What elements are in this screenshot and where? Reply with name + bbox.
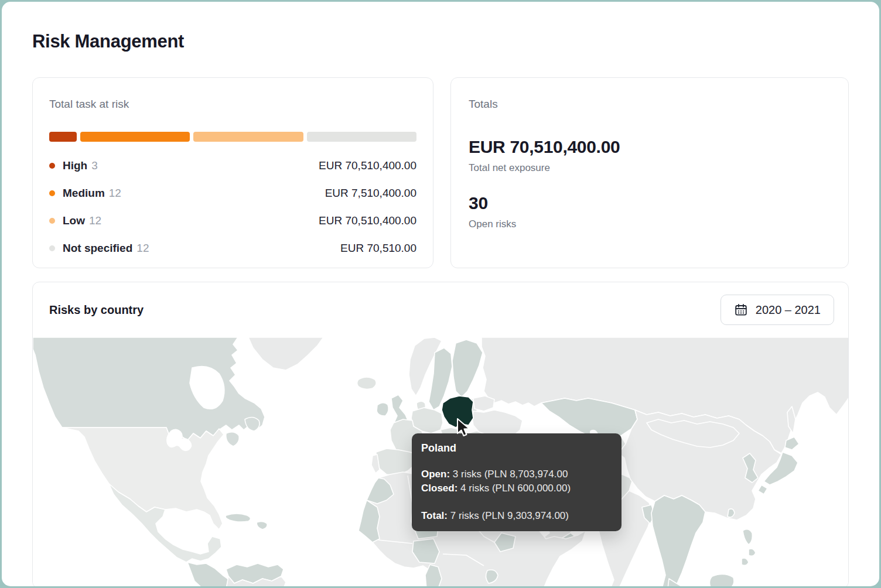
total-net-exposure-value: EUR 70,510,400.00 xyxy=(469,136,831,158)
world-map-container: Poland Open: 3 risks (PLN 8,703,974.00 C… xyxy=(33,337,849,588)
legend-count: 12 xyxy=(109,187,121,200)
risks-by-country-card: Risks by country 2020 – 2021 xyxy=(32,282,849,588)
medium-dot-icon xyxy=(49,190,55,196)
legend-row-not-specified: Not specified 12 EUR 70,510.00 xyxy=(49,234,416,262)
legend-row-low: Low 12 EUR 70,510,400.00 xyxy=(49,207,416,234)
map-card-header: Risks by country 2020 – 2021 xyxy=(33,282,848,337)
risk-card-title: Total task at risk xyxy=(49,98,416,111)
calendar-icon xyxy=(734,303,748,317)
totals-card: Totals EUR 70,510,400.00 Total net expos… xyxy=(450,77,849,268)
tooltip-country-name: Poland xyxy=(421,441,612,455)
legend-row-medium: Medium 12 EUR 7,510,400.00 xyxy=(49,179,416,207)
legend-count: 12 xyxy=(89,214,101,227)
legend-amount: EUR 70,510,400.00 xyxy=(319,159,416,172)
low-dot-icon xyxy=(49,218,55,224)
legend-row-high: High 3 EUR 70,510,400.00 xyxy=(49,152,416,179)
legend-amount: EUR 7,510,400.00 xyxy=(325,187,416,200)
legend-amount: EUR 70,510.00 xyxy=(340,242,416,255)
legend-label: High xyxy=(63,159,87,172)
tooltip-total-line: Total: 7 risks (PLN 9,303,974.00) xyxy=(421,509,612,523)
bar-segment-medium[interactable] xyxy=(80,132,190,142)
open-risks-label: Open risks xyxy=(469,218,831,230)
legend-count: 12 xyxy=(136,242,149,255)
total-net-exposure-label: Total net exposure xyxy=(469,162,831,174)
totals-card-title: Totals xyxy=(469,98,831,111)
risk-management-page: Risk Management Total task at risk High … xyxy=(2,30,879,588)
legend-label: Medium xyxy=(63,187,105,200)
map-card-title: Risks by country xyxy=(49,303,144,317)
date-range-picker[interactable]: 2020 – 2021 xyxy=(720,295,834,325)
map-tooltip: Poland Open: 3 risks (PLN 8,703,974.00 C… xyxy=(412,433,622,531)
bar-segment-low[interactable] xyxy=(193,132,303,142)
risk-distribution-bar xyxy=(49,132,416,142)
not-specified-dot-icon xyxy=(49,245,55,251)
mouse-cursor-icon xyxy=(456,418,472,437)
page-title: Risk Management xyxy=(32,30,849,53)
tooltip-open-line: Open: 3 risks (PLN 8,703,974.00 xyxy=(421,467,612,481)
total-task-at-risk-card: Total task at risk High 3 EUR 70,510,400… xyxy=(32,77,433,268)
risk-legend: High 3 EUR 70,510,400.00 Medium 12 EUR 7… xyxy=(49,152,416,262)
open-risks-value: 30 xyxy=(469,193,831,214)
tooltip-closed-line: Closed: 4 risks (PLN 600,000.00) xyxy=(421,481,612,495)
continent-south-america xyxy=(226,563,286,588)
summary-cards-row: Total task at risk High 3 EUR 70,510,400… xyxy=(32,77,849,268)
legend-label: Not specified xyxy=(63,242,132,255)
bar-segment-not-specified[interactable] xyxy=(307,132,416,142)
date-range-label: 2020 – 2021 xyxy=(756,303,821,317)
bar-segment-high[interactable] xyxy=(49,132,77,142)
legend-count: 3 xyxy=(91,159,98,172)
legend-amount: EUR 70,510,400.00 xyxy=(319,214,416,227)
legend-label: Low xyxy=(63,214,85,227)
continent-north-america xyxy=(33,337,323,588)
high-dot-icon xyxy=(49,163,55,169)
